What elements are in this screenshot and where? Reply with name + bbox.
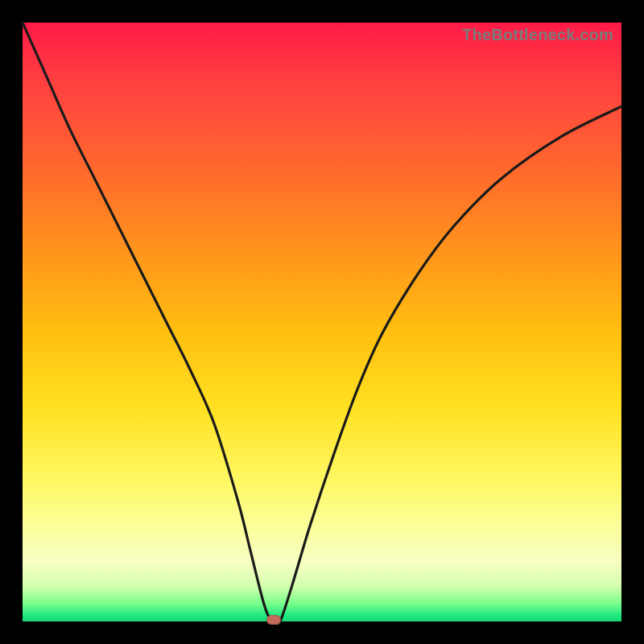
optimal-point-marker [266,615,281,625]
chart-frame: TheBottleneck.com [0,0,644,644]
plot-area: TheBottleneck.com [23,23,621,621]
bottleneck-curve [23,23,621,621]
